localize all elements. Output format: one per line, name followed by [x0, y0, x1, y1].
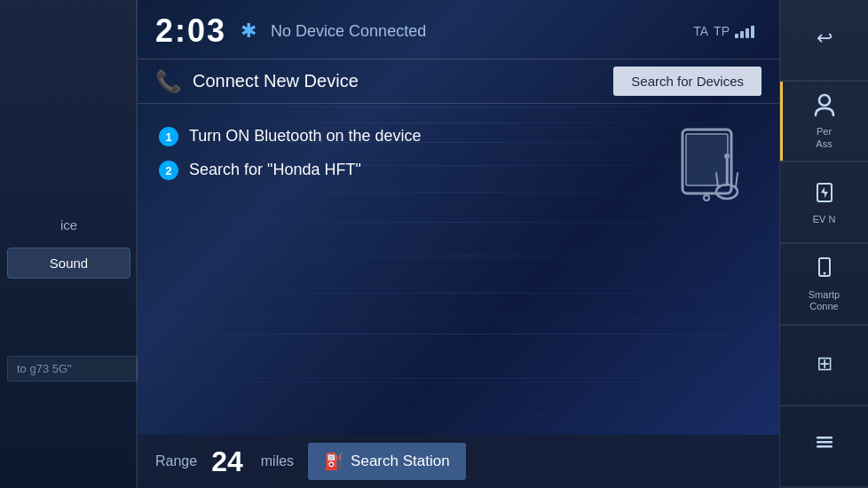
signal-bar-2: [740, 31, 744, 38]
personal-assistant-label: PerAss: [816, 126, 832, 149]
header: 2:03 ✱ No Device Connected TA TP: [138, 0, 779, 59]
search-station-label: Search Station: [351, 453, 450, 470]
connect-row: 📞 Connect New Device Search for Devices: [138, 59, 779, 104]
step-1-text: Turn ON Bluetooth on the device: [189, 125, 421, 146]
tp-label: TP: [714, 24, 730, 38]
smartphone-label: SmartpConne: [809, 289, 840, 312]
search-station-button[interactable]: ⛽ Search Station: [308, 443, 466, 480]
step-1: 1 Turn ON Bluetooth on the device: [159, 125, 643, 146]
steps-list: 1 Turn ON Bluetooth on the device 2 Sear…: [159, 125, 643, 181]
svg-point-12: [823, 272, 825, 274]
ta-tp-indicator: TA TP: [693, 24, 754, 38]
step-2: 2 Search for "Honda HFT": [159, 159, 643, 180]
svg-point-8: [724, 153, 730, 159]
svg-rect-14: [817, 441, 832, 444]
grid-icon: ⊞: [817, 352, 832, 375]
main-content: 2:03 ✱ No Device Connected TA TP 📞 Conne…: [138, 0, 779, 488]
connected-device-name: to g73 5G": [7, 356, 138, 382]
ev-label: EV N: [813, 214, 836, 225]
menu-icon: [812, 429, 837, 460]
svg-rect-13: [817, 437, 832, 439]
person-icon: [812, 92, 837, 122]
svg-rect-15: [817, 445, 832, 448]
connection-status: No Device Connected: [271, 22, 679, 41]
left-sidebar: ice Sound to g73 5G": [0, 0, 138, 488]
step-1-number: 1: [159, 127, 178, 146]
svg-point-2: [704, 195, 709, 201]
instructions-section: 1 Turn ON Bluetooth on the device 2 Sear…: [138, 104, 779, 240]
svg-point-3: [716, 185, 738, 199]
phone-icon: 📞: [155, 69, 182, 94]
right-btn-smartphone[interactable]: SmartpConne: [780, 244, 868, 326]
signal-bar-4: [751, 26, 754, 38]
signal-bars: [735, 24, 754, 38]
main-screen: ice Sound to g73 5G" 2:03 ✱: [0, 0, 868, 488]
step-2-number: 2: [159, 161, 178, 180]
right-btn-back[interactable]: ↩: [780, 0, 868, 82]
svg-point-9: [819, 95, 830, 106]
right-btn-ev[interactable]: EV N: [780, 162, 868, 244]
search-devices-button[interactable]: Search for Devices: [613, 67, 761, 96]
sidebar-tab-ice[interactable]: ice: [7, 209, 130, 240]
ta-label: TA: [693, 24, 708, 38]
ev-icon: [812, 180, 837, 210]
step-2-text: Search for "Honda HFT": [189, 159, 361, 180]
back-icon: ↩: [817, 27, 832, 50]
connect-new-device-label: Connect New Device: [193, 71, 603, 91]
right-btn-last[interactable]: [780, 406, 868, 488]
range-label: Range: [155, 453, 197, 469]
bottom-bar: Range 24 miles ⛽ Search Station: [138, 435, 779, 488]
fuel-icon: ⛽: [324, 452, 343, 471]
right-btn-grid[interactable]: ⊞: [780, 326, 868, 407]
right-sidebar: ↩ PerAss EV N: [779, 0, 868, 488]
svg-line-5: [736, 173, 738, 187]
signal-bar-1: [735, 34, 738, 38]
bluetooth-icon: ✱: [241, 20, 256, 43]
range-value: 24: [211, 445, 243, 478]
device-illustration: [669, 125, 758, 223]
tablet-hand-icon: [674, 125, 754, 223]
time-display: 2:03: [155, 12, 226, 50]
sidebar-tab-sound[interactable]: Sound: [7, 248, 130, 279]
signal-bar-3: [746, 28, 749, 38]
smartphone-icon: [812, 256, 837, 286]
right-btn-personal-assistant[interactable]: PerAss: [780, 82, 868, 163]
range-unit: miles: [261, 453, 294, 469]
svg-rect-1: [686, 134, 728, 185]
